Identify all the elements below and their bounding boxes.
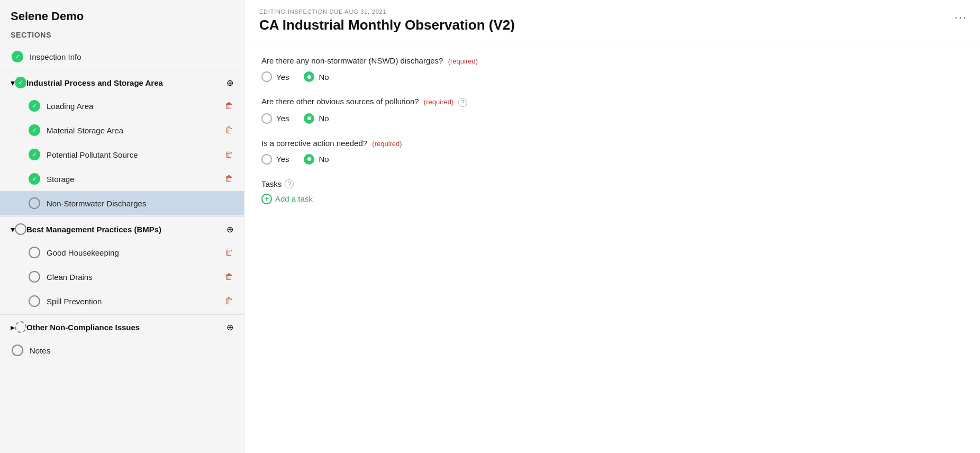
add-section-icon[interactable]: ⊕ xyxy=(226,322,233,332)
sidebar-item-bmps[interactable]: ▾ Best Management Practices (BMPs) ⊕ xyxy=(0,218,244,240)
radio-corrective-no[interactable]: No xyxy=(304,154,329,165)
radio-circle-yes xyxy=(261,113,272,124)
radio-label-yes: Yes xyxy=(276,155,289,164)
sidebar: Selene Demo Sections ✓ Inspection Info ▾… xyxy=(0,0,244,453)
add-task-button[interactable]: + Add a task xyxy=(261,194,313,204)
industrial-process-label: Industrial Process and Storage Area xyxy=(26,78,226,87)
check-green-icon: ✓ xyxy=(28,99,41,113)
plus-circle-icon: + xyxy=(261,194,272,204)
required-badge: (required) xyxy=(424,98,453,106)
circle-empty-icon xyxy=(28,270,41,284)
sidebar-item-industrial-process[interactable]: ▾ ✓ Industrial Process and Storage Area … xyxy=(0,71,244,94)
main-header: EDITING INSPECTION DUE AUG 31, 2021 CA I… xyxy=(244,0,980,41)
chevron-right-icon: ▸ xyxy=(11,322,15,332)
question-pollution: Are there other obvious sources of pollu… xyxy=(261,97,963,124)
chevron-down-icon: ▾ xyxy=(11,224,15,234)
material-storage-label: Material Storage Area xyxy=(47,126,225,135)
radio-label-no: No xyxy=(319,155,329,164)
sidebar-header: Selene Demo Sections xyxy=(0,0,244,44)
question-corrective-label: Is a corrective action needed? (required… xyxy=(261,139,963,148)
circle-empty-icon xyxy=(28,246,41,259)
delete-icon[interactable]: 🗑 xyxy=(225,272,233,282)
non-stormwater-label: Non-Stormwater Discharges xyxy=(47,199,233,208)
question-nswd-label: Are there any non-stormwater (NSWD) disc… xyxy=(261,56,963,65)
radio-label-yes: Yes xyxy=(276,73,289,81)
check-green-icon: ✓ xyxy=(15,77,26,88)
circle-empty-icon xyxy=(15,223,26,235)
check-green-icon: ✓ xyxy=(28,123,41,137)
sidebar-item-non-stormwater[interactable]: Non-Stormwater Discharges xyxy=(0,191,244,215)
radio-circle-yes xyxy=(261,71,272,82)
radio-group-corrective: Yes No xyxy=(261,154,963,165)
sidebar-item-notes[interactable]: Notes xyxy=(0,338,244,363)
more-options-button[interactable]: ··· xyxy=(955,11,967,24)
radio-circle-no xyxy=(304,113,314,124)
editing-label: EDITING INSPECTION DUE AUG 31, 2021 xyxy=(259,8,965,15)
tasks-section: Tasks ? + Add a task xyxy=(261,179,963,204)
sidebar-item-loading-area[interactable]: ✓ Loading Area 🗑 xyxy=(0,94,244,118)
sidebar-item-good-housekeeping[interactable]: Good Housekeeping 🗑 xyxy=(0,240,244,265)
sidebar-item-material-storage[interactable]: ✓ Material Storage Area 🗑 xyxy=(0,118,244,142)
form-content: Are there any non-stormwater (NSWD) disc… xyxy=(244,41,980,219)
radio-pollution-no[interactable]: No xyxy=(304,113,329,124)
radio-label-no: No xyxy=(319,114,329,123)
circle-empty-icon xyxy=(28,294,41,308)
help-icon[interactable]: ? xyxy=(458,98,467,107)
notes-label: Notes xyxy=(30,346,233,355)
circle-empty-icon xyxy=(11,343,24,357)
required-badge: (required) xyxy=(372,140,402,148)
bmps-label: Best Management Practices (BMPs) xyxy=(26,225,226,234)
delete-icon[interactable]: 🗑 xyxy=(225,248,233,257)
radio-nswd-yes[interactable]: Yes xyxy=(261,71,289,82)
question-nswd: Are there any non-stormwater (NSWD) disc… xyxy=(261,56,963,82)
sidebar-item-clean-drains[interactable]: Clean Drains 🗑 xyxy=(0,265,244,289)
spill-prevention-label: Spill Prevention xyxy=(47,297,225,306)
delete-icon[interactable]: 🗑 xyxy=(225,150,233,159)
main-content-area: EDITING INSPECTION DUE AUG 31, 2021 CA I… xyxy=(244,0,980,453)
potential-pollutant-label: Potential Pollutant Source xyxy=(47,150,225,159)
radio-corrective-yes[interactable]: Yes xyxy=(261,154,289,165)
circle-empty-icon xyxy=(28,196,41,210)
radio-circle-no xyxy=(304,154,314,165)
sidebar-item-potential-pollutant[interactable]: ✓ Potential Pollutant Source 🗑 xyxy=(0,142,244,167)
radio-group-nswd: Yes No xyxy=(261,71,963,82)
add-section-icon[interactable]: ⊕ xyxy=(226,78,233,88)
page-title: CA Industrial Monthly Observation (V2) xyxy=(259,17,965,33)
other-non-compliance-label: Other Non-Compliance Issues xyxy=(26,323,226,332)
inspection-info-label: Inspection Info xyxy=(30,52,233,61)
radio-nswd-no[interactable]: No xyxy=(304,71,329,82)
tasks-help-icon[interactable]: ? xyxy=(285,179,294,188)
delete-icon[interactable]: 🗑 xyxy=(225,296,233,306)
add-section-icon[interactable]: ⊕ xyxy=(226,224,233,234)
sidebar-item-other-non-compliance[interactable]: ▸ Other Non-Compliance Issues ⊕ xyxy=(0,316,244,338)
radio-circle-yes xyxy=(261,154,272,165)
radio-pollution-yes[interactable]: Yes xyxy=(261,113,289,124)
required-badge: (required) xyxy=(448,57,478,65)
delete-icon[interactable]: 🗑 xyxy=(225,125,233,135)
check-green-icon: ✓ xyxy=(11,50,24,64)
sidebar-item-storage[interactable]: ✓ Storage 🗑 xyxy=(0,167,244,191)
sidebar-item-spill-prevention[interactable]: Spill Prevention 🗑 xyxy=(0,289,244,313)
circle-dashed-icon xyxy=(15,321,26,333)
radio-group-pollution: Yes No xyxy=(261,113,963,124)
sidebar-item-inspection-info[interactable]: ✓ Inspection Info xyxy=(0,44,244,69)
app-title: Selene Demo xyxy=(11,10,233,23)
delete-icon[interactable]: 🗑 xyxy=(225,174,233,184)
check-green-icon: ✓ xyxy=(28,148,41,161)
loading-area-label: Loading Area xyxy=(47,102,225,111)
clean-drains-label: Clean Drains xyxy=(47,273,225,282)
sections-label: Sections xyxy=(11,31,233,39)
storage-label: Storage xyxy=(47,175,225,184)
question-pollution-label: Are there other obvious sources of pollu… xyxy=(261,97,963,107)
delete-icon[interactable]: 🗑 xyxy=(225,101,233,111)
good-housekeeping-label: Good Housekeeping xyxy=(47,248,225,257)
chevron-down-icon: ▾ xyxy=(11,78,15,88)
radio-label-yes: Yes xyxy=(276,114,289,123)
radio-circle-no xyxy=(304,71,314,82)
add-task-label: Add a task xyxy=(275,194,313,203)
question-corrective: Is a corrective action needed? (required… xyxy=(261,139,963,165)
radio-label-no: No xyxy=(319,73,329,81)
check-green-icon: ✓ xyxy=(28,172,41,186)
tasks-label: Tasks ? xyxy=(261,179,963,188)
